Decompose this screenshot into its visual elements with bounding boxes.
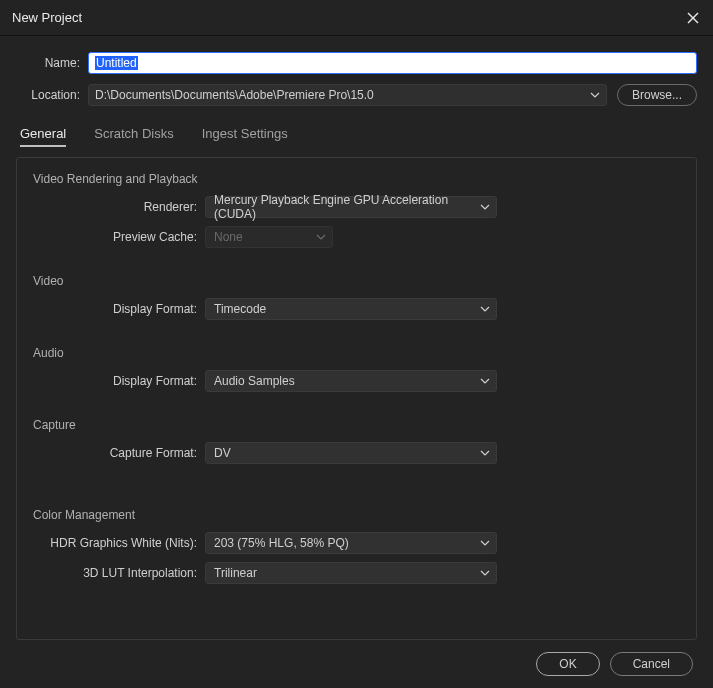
group-title-capture: Capture	[33, 418, 680, 432]
chevron-down-icon	[480, 306, 490, 312]
chevron-down-icon	[480, 450, 490, 456]
location-value: D:\Documents\Documents\Adobe\Premiere Pr…	[95, 88, 374, 102]
lut-interpolation-select[interactable]: Trilinear	[205, 562, 497, 584]
video-display-format-select[interactable]: Timecode	[205, 298, 497, 320]
location-select[interactable]: D:\Documents\Documents\Adobe\Premiere Pr…	[88, 84, 607, 106]
preview-cache-label: Preview Cache:	[33, 230, 197, 244]
preview-cache-value: None	[214, 230, 243, 244]
group-capture: Capture Capture Format: DV	[33, 418, 680, 490]
title-bar: New Project	[0, 0, 713, 36]
chevron-down-icon	[316, 234, 326, 240]
group-audio: Audio Display Format: Audio Samples	[33, 346, 680, 400]
renderer-value: Mercury Playback Engine GPU Acceleration…	[214, 193, 474, 221]
tab-scratch-disks[interactable]: Scratch Disks	[94, 126, 173, 147]
capture-format-label: Capture Format:	[33, 446, 197, 460]
general-panel: Video Rendering and Playback Renderer: M…	[16, 157, 697, 640]
close-button[interactable]	[685, 10, 701, 26]
hdr-white-label: HDR Graphics White (Nits):	[33, 536, 197, 550]
tab-ingest-settings[interactable]: Ingest Settings	[202, 126, 288, 147]
tab-general[interactable]: General	[20, 126, 66, 147]
browse-button[interactable]: Browse...	[617, 84, 697, 106]
audio-display-format-select[interactable]: Audio Samples	[205, 370, 497, 392]
group-title-audio: Audio	[33, 346, 680, 360]
location-row: Location: D:\Documents\Documents\Adobe\P…	[16, 84, 697, 106]
chevron-down-icon	[590, 92, 600, 98]
group-color-management: Color Management HDR Graphics White (Nit…	[33, 508, 680, 592]
location-label: Location:	[16, 88, 80, 102]
group-title-rendering: Video Rendering and Playback	[33, 172, 680, 186]
group-title-video: Video	[33, 274, 680, 288]
chevron-down-icon	[480, 378, 490, 384]
chevron-down-icon	[480, 570, 490, 576]
group-video: Video Display Format: Timecode	[33, 274, 680, 328]
group-title-color: Color Management	[33, 508, 680, 522]
ok-button[interactable]: OK	[536, 652, 599, 676]
audio-display-format-label: Display Format:	[33, 374, 197, 388]
name-input[interactable]: Untitled	[88, 52, 697, 74]
name-label: Name:	[16, 56, 80, 70]
window-title: New Project	[12, 10, 685, 25]
chevron-down-icon	[480, 204, 490, 210]
chevron-down-icon	[480, 540, 490, 546]
tab-bar: General Scratch Disks Ingest Settings	[20, 126, 697, 147]
hdr-white-value: 203 (75% HLG, 58% PQ)	[214, 536, 349, 550]
capture-format-select[interactable]: DV	[205, 442, 497, 464]
dialog-body: Name: Untitled Location: D:\Documents\Do…	[0, 36, 713, 688]
name-input-value: Untitled	[95, 56, 138, 70]
footer: OK Cancel	[16, 652, 697, 676]
group-rendering: Video Rendering and Playback Renderer: M…	[33, 172, 680, 256]
video-display-format-label: Display Format:	[33, 302, 197, 316]
video-display-format-value: Timecode	[214, 302, 266, 316]
preview-cache-select: None	[205, 226, 333, 248]
lut-interpolation-value: Trilinear	[214, 566, 257, 580]
name-row: Name: Untitled	[16, 52, 697, 74]
cancel-button[interactable]: Cancel	[610, 652, 693, 676]
renderer-label: Renderer:	[33, 200, 197, 214]
hdr-white-select[interactable]: 203 (75% HLG, 58% PQ)	[205, 532, 497, 554]
renderer-select[interactable]: Mercury Playback Engine GPU Acceleration…	[205, 196, 497, 218]
capture-format-value: DV	[214, 446, 231, 460]
lut-interpolation-label: 3D LUT Interpolation:	[33, 566, 197, 580]
audio-display-format-value: Audio Samples	[214, 374, 295, 388]
